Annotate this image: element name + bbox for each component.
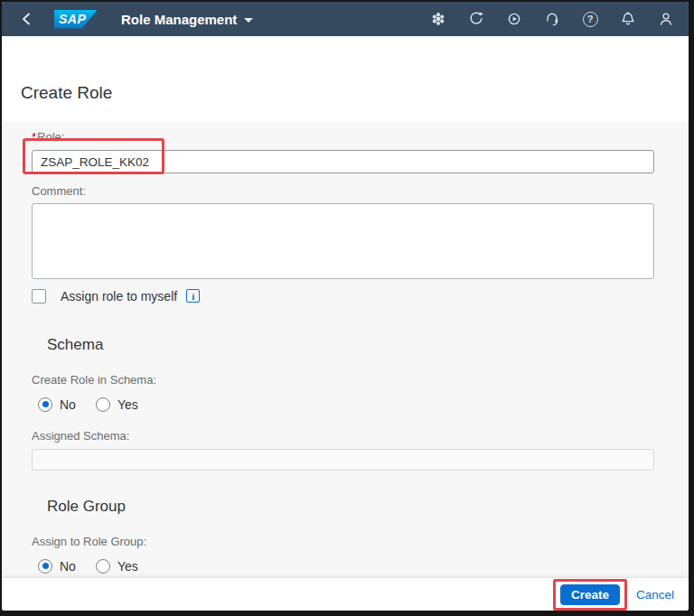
app-title: Role Management: [121, 12, 237, 27]
notifications-button[interactable]: [615, 6, 641, 32]
refresh-icon: [468, 11, 484, 27]
radio-group-no[interactable]: [38, 559, 52, 574]
headset-icon: [544, 11, 560, 27]
info-icon[interactable]: i: [186, 289, 200, 303]
role-label-text: Role:: [37, 130, 64, 144]
radio-group-no-label[interactable]: No: [60, 559, 76, 574]
back-button[interactable]: [14, 6, 40, 32]
bell-icon: [620, 11, 636, 27]
schema-section-heading: Schema: [47, 336, 654, 354]
comment-textarea[interactable]: [32, 203, 654, 279]
sap-logo: SAP: [54, 10, 98, 29]
create-in-schema-radio-group: No Yes: [38, 397, 654, 412]
assign-to-myself-label[interactable]: Assign role to myself: [61, 289, 177, 303]
footer-bar: Create Cancel: [2, 577, 689, 611]
assign-to-role-group-radio-group: No Yes: [38, 558, 654, 574]
play-circle-icon: [506, 11, 522, 27]
app-window: SAP Role Management: [2, 2, 689, 611]
shell-bar: SAP Role Management: [2, 2, 689, 36]
role-field-label: *Role:: [32, 122, 654, 144]
screenshot-frame: SAP Role Management: [0, 0, 694, 616]
role-input[interactable]: [32, 150, 654, 173]
refresh-button[interactable]: [464, 6, 489, 32]
radio-group-yes[interactable]: [96, 559, 110, 574]
module-cluster-icon: [430, 11, 446, 27]
product-switch-button[interactable]: [426, 6, 451, 32]
chevron-down-icon: [244, 18, 253, 23]
radio-schema-no[interactable]: [38, 397, 52, 412]
assigned-schema-label: Assigned Schema:: [32, 430, 654, 443]
radio-group-yes-label[interactable]: Yes: [117, 559, 138, 574]
shell-actions: ?: [426, 6, 679, 32]
create-annotation-box: Create: [553, 579, 627, 611]
app-title-menu[interactable]: Role Management: [121, 12, 253, 27]
required-marker: *: [32, 130, 36, 144]
assigned-schema-input: [32, 449, 654, 471]
person-icon: [658, 11, 674, 27]
assign-to-myself-row: Assign role to myself i: [32, 288, 654, 303]
radio-schema-yes[interactable]: [96, 397, 110, 412]
create-button[interactable]: Create: [560, 584, 620, 605]
chevron-left-icon: [20, 12, 34, 26]
assign-to-myself-checkbox[interactable]: [32, 289, 46, 303]
page-header: Create Role: [2, 36, 689, 122]
assign-to-role-group-label: Assign to Role Group:: [32, 536, 654, 548]
radio-schema-no-label[interactable]: No: [60, 397, 76, 412]
cancel-button[interactable]: Cancel: [636, 588, 674, 602]
support-button[interactable]: [539, 6, 565, 32]
help-button[interactable]: ?: [577, 6, 603, 32]
comment-field-label: Comment:: [32, 185, 654, 198]
radio-schema-yes-label[interactable]: Yes: [117, 397, 138, 412]
create-in-schema-label: Create Role in Schema:: [32, 374, 654, 387]
help-glyph: ?: [587, 14, 594, 24]
profile-button[interactable]: [653, 6, 679, 32]
info-glyph: i: [192, 291, 194, 302]
role-group-section-heading: Role Group: [47, 498, 654, 516]
restart-tour-button[interactable]: [502, 6, 527, 32]
page-title: Create Role: [21, 83, 689, 103]
help-icon: ?: [583, 12, 598, 27]
create-role-form: *Role: Comment: Assign role to myself i …: [2, 122, 689, 577]
